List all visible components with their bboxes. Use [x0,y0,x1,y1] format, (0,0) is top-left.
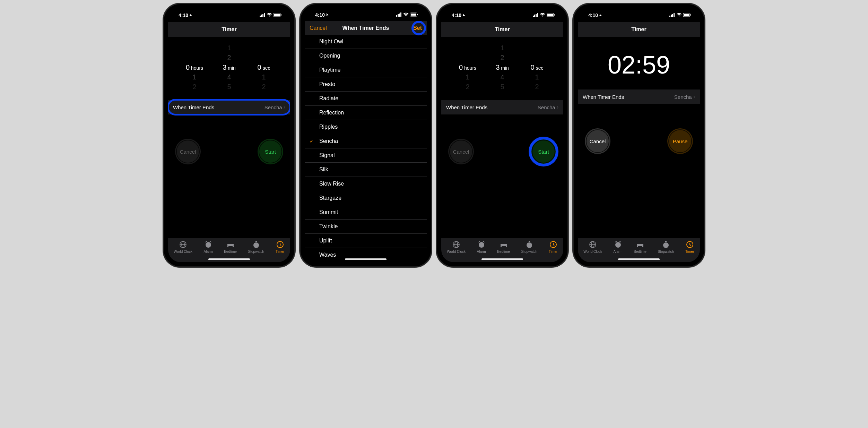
sound-option-label: Signal [319,152,335,159]
home-indicator[interactable] [618,258,660,260]
svg-rect-1 [261,15,262,17]
sound-option-label: Uplift [319,238,332,244]
svg-rect-24 [533,16,534,17]
start-button[interactable]: Start [258,139,283,164]
nav-bar: Timer [578,22,700,37]
sound-list[interactable]: Night OwlOpeningPlaytimePrestoRadiateRef… [305,35,427,262]
battery-icon [683,12,692,18]
nav-bar: Timer [441,22,563,37]
stopwatch-icon [661,240,670,249]
alarm-tab[interactable]: Alarm [614,240,623,254]
sound-option[interactable]: Playtime [305,63,427,77]
sound-option[interactable]: Slow Rise [305,177,427,191]
sound-option[interactable]: ✓Sencha [305,134,427,148]
svg-point-38 [527,242,532,248]
sound-option[interactable]: Signal [305,148,427,163]
svg-rect-19 [399,14,400,17]
bedtime-tab[interactable]: Bedtime [634,240,646,254]
when-timer-ends-row[interactable]: When Timer Ends Sencha› [441,100,563,114]
world-clock-tab[interactable]: World Clock [583,240,602,254]
chevron-right-icon: › [557,104,558,110]
sound-option[interactable]: Ripples [305,120,427,134]
sound-option-label: Ripples [319,124,338,130]
svg-rect-5 [274,14,280,16]
home-indicator[interactable] [345,258,387,260]
svg-rect-41 [669,16,670,17]
cancel-button[interactable]: Cancel [448,139,474,164]
bedtime-tab[interactable]: Bedtime [224,240,237,254]
sound-option[interactable]: Uplift [305,234,427,248]
svg-rect-29 [547,14,553,16]
alarm-tab[interactable]: Alarm [477,240,486,254]
cancel-button[interactable]: Cancel [585,128,610,154]
sound-option[interactable]: Reflection [305,106,427,120]
when-timer-ends-label: When Timer Ends [446,104,487,110]
bedtime-tab[interactable]: Bedtime [497,240,510,254]
timer-tab[interactable]: Timer [685,240,694,254]
sound-option[interactable]: Night Owl [305,35,427,49]
stopwatch-icon [252,240,261,249]
set-nav-button[interactable]: Set [408,21,427,35]
sound-option-label: Opening [319,53,340,59]
when-timer-ends-row[interactable]: When Timer Ends Sencha› [578,89,700,104]
sound-option-label: Waves [319,252,336,258]
battery-icon [547,12,555,18]
timer-tab[interactable]: Timer [276,240,285,254]
location-icon: ➤ [325,12,329,17]
globe-icon [179,240,188,249]
svg-rect-0 [260,16,261,17]
phone-2: 4:10➤ Cancel When Timer Ends Set Night O… [300,3,432,267]
cancel-nav-button[interactable]: Cancel [305,21,332,35]
stopwatch-icon [525,240,534,249]
world-clock-tab[interactable]: World Clock [174,240,192,254]
stopwatch-tab[interactable]: Stopwatch [658,240,674,254]
sound-option[interactable]: Stargaze [305,191,427,205]
home-indicator[interactable] [481,258,523,260]
alarm-icon [204,240,213,249]
cell-signal-icon [533,12,538,18]
svg-rect-13 [233,246,234,247]
bed-icon [226,240,235,249]
page-title: Timer [631,26,646,33]
sound-option[interactable]: Twinkle [305,220,427,234]
svg-rect-17 [396,15,397,17]
cancel-button[interactable]: Cancel [175,139,201,164]
sound-option[interactable]: Summit [305,205,427,220]
sound-option[interactable]: Radiate [305,92,427,106]
svg-rect-37 [506,246,507,247]
alarm-tab[interactable]: Alarm [204,240,213,254]
location-icon: ➤ [462,13,466,17]
svg-rect-47 [691,14,691,16]
notch [336,8,395,17]
start-button[interactable]: Start [531,139,556,164]
svg-rect-39 [529,241,530,242]
checkmark-icon: ✓ [310,138,314,144]
nav-bar: Timer [168,22,290,37]
home-indicator[interactable] [208,258,250,260]
countdown-display: 02:59 [578,37,700,89]
pause-button[interactable]: Pause [667,128,693,154]
notch [200,8,259,17]
tab-bar: World Clock Alarm Bedtime Stopwatch Time… [168,238,290,262]
sound-option-label: Night Owl [319,38,343,45]
when-timer-ends-row[interactable]: When Timer Ends Sencha› [168,100,290,114]
tab-bar: World Clock Alarm Bedtime Stopwatch Time… [578,238,700,262]
stopwatch-tab[interactable]: Stopwatch [248,240,264,254]
tutorial-highlight [529,137,558,166]
sound-option[interactable]: Presto [305,77,427,92]
world-clock-tab[interactable]: World Clock [447,240,466,254]
duration-picker[interactable]: 0hours 1 2 1 2 3min 4 5 0sec 1 2 [168,37,290,100]
timer-tab[interactable]: Timer [549,240,558,254]
status-time: 4:10 [315,12,325,18]
sound-option[interactable]: Opening [305,49,427,63]
timer-icon [276,240,285,249]
svg-point-55 [663,242,669,248]
status-time: 4:10 [179,12,188,18]
phone-4: 4:10➤ Timer 02:59 When Timer Ends Sencha… [573,3,705,267]
svg-rect-46 [684,14,689,16]
stopwatch-tab[interactable]: Stopwatch [521,240,537,254]
svg-rect-25 [534,15,535,17]
duration-picker[interactable]: 0hours 12 12 3min 45 0sec 12 [441,37,563,100]
sound-option-label: Twinkle [319,223,338,230]
sound-option[interactable]: Silk [305,163,427,177]
